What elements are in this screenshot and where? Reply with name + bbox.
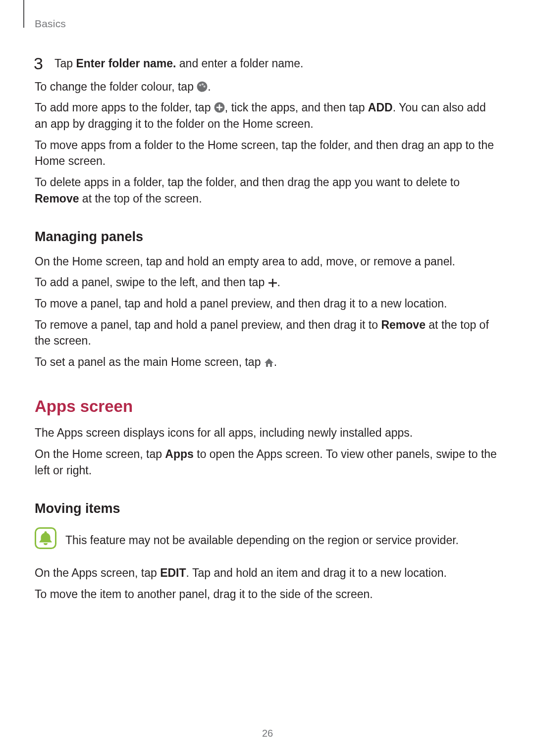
svg-point-0 bbox=[197, 81, 208, 92]
text: Tap bbox=[54, 57, 76, 70]
section-title: Basics bbox=[35, 18, 66, 29]
text: . bbox=[277, 276, 280, 289]
text: , tick the apps, and then tap bbox=[225, 101, 368, 114]
step-number: 3 bbox=[34, 51, 43, 75]
managing-panels-p4: To remove a panel, tap and hold a panel … bbox=[35, 317, 500, 349]
palette-icon bbox=[197, 81, 208, 92]
svg-rect-6 bbox=[216, 107, 222, 108]
text-bold: Enter folder name. bbox=[76, 57, 176, 70]
text: To remove a panel, tap and hold a panel … bbox=[35, 318, 381, 331]
text-bold: Apps bbox=[165, 448, 194, 460]
para-delete-apps: To delete apps in a folder, tap the fold… bbox=[35, 174, 500, 206]
managing-panels-p2: To add a panel, swipe to the left, and t… bbox=[35, 274, 500, 291]
text: To set a panel as the main Home screen, … bbox=[35, 355, 264, 368]
note-box: This feature may not be available depend… bbox=[35, 527, 500, 554]
svg-point-2 bbox=[202, 83, 204, 85]
para-move-from-folder: To move apps from a folder to the Home s… bbox=[35, 137, 500, 169]
text: To add a panel, swipe to the left, and t… bbox=[35, 276, 268, 289]
header: Basics bbox=[35, 18, 500, 27]
text: On the Apps screen, tap bbox=[35, 566, 160, 579]
plus-icon bbox=[268, 278, 277, 288]
step-3-line-2: To change the folder colour, tap . bbox=[35, 79, 500, 95]
bell-icon bbox=[35, 527, 56, 554]
apps-screen-p1: The Apps screen displays icons for all a… bbox=[35, 425, 500, 441]
note-text: This feature may not be available depend… bbox=[65, 532, 459, 548]
heading-moving-items: Moving items bbox=[35, 499, 500, 518]
step-3: 3 Tap Enter folder name. and enter a fol… bbox=[35, 55, 500, 72]
svg-point-3 bbox=[204, 85, 206, 87]
home-icon bbox=[264, 358, 274, 367]
heading-managing-panels: Managing panels bbox=[35, 227, 500, 246]
svg-point-1 bbox=[199, 84, 201, 86]
moving-items-p1: On the Apps screen, tap EDIT. Tap and ho… bbox=[35, 565, 500, 581]
text-bold: Remove bbox=[381, 318, 425, 331]
text: . Tap and hold an item and drag it to a … bbox=[186, 566, 447, 579]
text: . bbox=[208, 80, 211, 93]
text: and enter a folder name. bbox=[176, 57, 303, 70]
step-3-line-1: Tap Enter folder name. and enter a folde… bbox=[54, 55, 500, 72]
moving-items-p2: To move the item to another panel, drag … bbox=[35, 586, 500, 603]
text: On the Home screen, tap bbox=[35, 448, 165, 460]
page-number: 26 bbox=[0, 728, 535, 739]
managing-panels-p3: To move a panel, tap and hold a panel pr… bbox=[35, 296, 500, 312]
header-rule bbox=[23, 0, 24, 28]
text: To change the folder colour, tap bbox=[35, 80, 197, 93]
text: To add more apps to the folder, tap bbox=[35, 101, 214, 114]
text-bold: ADD bbox=[368, 101, 393, 114]
svg-rect-8 bbox=[268, 282, 277, 284]
managing-panels-p5: To set a panel as the main Home screen, … bbox=[35, 354, 500, 370]
apps-screen-p2: On the Home screen, tap Apps to open the… bbox=[35, 446, 500, 478]
managing-panels-p1: On the Home screen, tap and hold an empt… bbox=[35, 253, 500, 270]
text: at the top of the screen. bbox=[79, 192, 202, 205]
text-bold: EDIT bbox=[160, 566, 186, 579]
heading-apps-screen: Apps screen bbox=[35, 395, 500, 418]
text: To delete apps in a folder, tap the fold… bbox=[35, 176, 460, 189]
page: Basics 3 Tap Enter folder name. and ente… bbox=[0, 0, 535, 756]
text: . bbox=[274, 355, 277, 368]
text-bold: Remove bbox=[35, 192, 79, 205]
plus-circle-icon bbox=[214, 102, 225, 113]
content: 3 Tap Enter folder name. and enter a fol… bbox=[35, 55, 500, 603]
step-3-line-3: To add more apps to the folder, tap , ti… bbox=[35, 100, 500, 132]
